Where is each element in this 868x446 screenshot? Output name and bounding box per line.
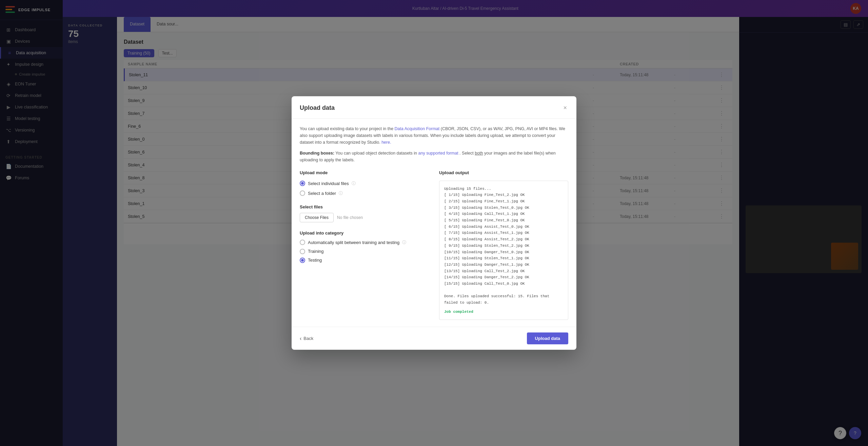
upload-modal: Upload data × You can upload existing da…: [292, 96, 576, 350]
radio-folder[interactable]: Select a folder ⓘ: [300, 190, 429, 196]
output-line-10: [10/15] Uploading Danger_Test_0.jpg OK: [444, 249, 563, 256]
output-line-8: [ 8/15] Uploading Assist_Test_2.jpg OK: [444, 236, 563, 243]
upload-output-section: Upload output Uploading 15 files... [ 1/…: [439, 170, 568, 320]
modal-footer: ‹ Back Upload data: [292, 327, 576, 350]
upload-mode-radio-group: Select individual files ⓘ Select a folde…: [300, 181, 429, 196]
radio-testing-circle: [300, 258, 305, 263]
output-line-9: [ 9/15] Uploading Stolen_Test_2.jpg OK: [444, 243, 563, 249]
upload-data-button[interactable]: Upload data: [527, 332, 568, 344]
no-file-text: No file chosen: [337, 215, 363, 220]
modal-intro-text: You can upload existing data to your pro…: [300, 125, 568, 146]
radio-individual-files[interactable]: Select individual files ⓘ: [300, 181, 429, 186]
radio-folder-label: Select a folder: [308, 191, 336, 196]
output-line-2: [ 2/15] Uploading Fine_Test_1.jpg OK: [444, 198, 563, 205]
category-radio-group: Automatically split between training and…: [300, 240, 429, 263]
radio-auto-split[interactable]: Automatically split between training and…: [300, 240, 429, 245]
bounding-label: Bounding boxes:: [300, 151, 334, 156]
modal-body: You can upload existing data to your pro…: [292, 119, 576, 327]
output-line-6: [ 6/15] Uploading Assist_Test_0.jpg OK: [444, 224, 563, 230]
upload-output-title: Upload output: [439, 170, 568, 175]
output-job-completed: Job completed: [444, 309, 563, 315]
radio-training[interactable]: Training: [300, 249, 429, 254]
output-line-14: [14/15] Uploading Danger_Test_2.jpg OK: [444, 274, 563, 281]
here-link[interactable]: here.: [381, 140, 391, 145]
upload-mode-title: Upload mode: [300, 170, 429, 175]
category-label: Upload into category: [300, 230, 429, 236]
supported-format-link[interactable]: any supported format: [418, 151, 458, 156]
modal-overlay: Upload data × You can upload existing da…: [0, 0, 868, 446]
bounding-mid: . Select: [459, 151, 475, 156]
radio-individual-circle: [300, 181, 305, 186]
modal-close-btn[interactable]: ×: [562, 103, 568, 113]
modal-header: Upload data ×: [292, 96, 576, 119]
output-line-15: [15/15] Uploading Call_Test_0.jpg OK: [444, 281, 563, 287]
info-icon-individual[interactable]: ⓘ: [352, 181, 356, 186]
modal-columns: Upload mode Select individual files ⓘ Se…: [300, 170, 568, 320]
back-button[interactable]: ‹ Back: [300, 336, 313, 342]
select-files-label: Select files: [300, 204, 429, 209]
modal-title: Upload data: [300, 104, 335, 112]
radio-auto-label: Automatically split between training and…: [308, 240, 399, 245]
bounding-both: both: [475, 151, 483, 156]
radio-auto-circle: [300, 240, 305, 245]
back-label: Back: [303, 336, 313, 341]
radio-folder-circle: [300, 190, 305, 196]
radio-training-circle: [300, 249, 305, 254]
bounding-boxes-text: Bounding boxes: You can upload object de…: [300, 150, 568, 163]
output-line-5: [ 5/15] Uploading Fine_Test_0.jpg OK: [444, 217, 563, 224]
choose-files-btn[interactable]: Choose Files: [300, 213, 334, 222]
output-line-4: [ 4/15] Uploading Call_Test_1.jpg OK: [444, 211, 563, 217]
info-icon-folder[interactable]: ⓘ: [339, 190, 343, 196]
output-line-3: [ 3/15] Uploading Stolen_Test_0.jpg OK: [444, 205, 563, 211]
radio-training-label: Training: [308, 249, 323, 254]
output-line-11: [11/15] Uploading Stolen_Test_1.jpg OK: [444, 255, 563, 262]
info-icon-auto[interactable]: ⓘ: [402, 240, 406, 245]
output-console: Uploading 15 files... [ 1/15] Uploading …: [439, 181, 568, 320]
category-section: Upload into category Automatically split…: [300, 230, 429, 263]
data-acquisition-format-link[interactable]: Data Acquisition Format: [395, 126, 440, 131]
output-line-12: [12/15] Uploading Danger_Test_1.jpg OK: [444, 262, 563, 268]
back-chevron-icon: ‹: [300, 336, 301, 342]
output-line-13: [13/15] Uploading Call_Test_2.jpg OK: [444, 268, 563, 275]
output-line-header: Uploading 15 files...: [444, 186, 563, 192]
bounding-prefix: You can upload object detection datasets…: [335, 151, 418, 156]
radio-testing-label: Testing: [308, 258, 322, 263]
output-done: Done. Files uploaded successful: 15. Fil…: [444, 293, 563, 306]
file-input-row: Choose Files No file chosen: [300, 213, 429, 222]
radio-individual-label: Select individual files: [308, 181, 349, 186]
radio-testing[interactable]: Testing: [300, 258, 429, 263]
output-line-1: [ 1/15] Uploading Fine_Test_2.jpg OK: [444, 192, 563, 198]
upload-mode-section: Upload mode Select individual files ⓘ Se…: [300, 170, 429, 320]
output-line-7: [ 7/15] Uploading Assist_Test_1.jpg OK: [444, 230, 563, 236]
intro-prefix: You can upload existing data to your pro…: [300, 126, 395, 131]
